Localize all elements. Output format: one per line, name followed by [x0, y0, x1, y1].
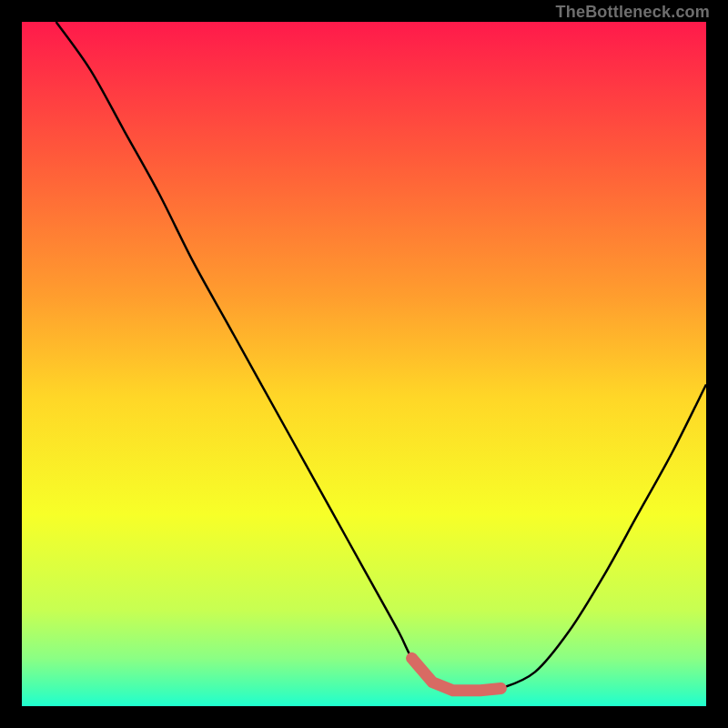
optimal-highlight-segment	[22, 22, 706, 706]
watermark-text: TheBottleneck.com	[556, 3, 710, 22]
plot-area	[22, 22, 706, 706]
chart-container: TheBottleneck.com	[0, 0, 728, 728]
